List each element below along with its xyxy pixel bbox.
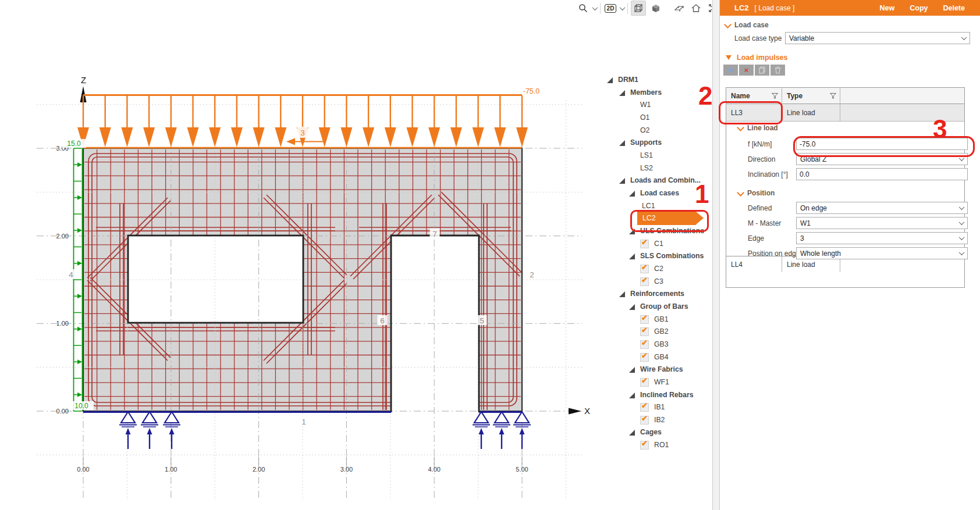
tree-item-inclined-rebars[interactable]: Inclined Rebars [640,389,694,401]
copy-icon[interactable] [755,65,769,76]
clipping-plane-icon[interactable] [672,1,686,15]
tree-checkbox[interactable]: ✔ [640,315,649,324]
tree-item-o1[interactable]: O1 [640,112,649,123]
column-header-empty [840,88,964,104]
tree-checkbox[interactable]: ✔ [640,327,649,336]
tree-item-ls1[interactable]: LS1 [640,149,653,161]
annotation-step-2: 2 [698,83,712,109]
new-button[interactable]: New [880,4,895,12]
tree-expand-icon[interactable] [629,254,635,259]
position-group-label: Position [747,189,775,197]
tree-checkbox[interactable]: ✔ [640,378,649,387]
tree-checkbox[interactable]: ✔ [640,441,649,450]
defined-select[interactable]: On edge [796,202,968,214]
tree-expand-icon[interactable] [619,90,625,96]
panel-header: LC2 [ Load case ] New Copy Delete [720,0,980,16]
chevron-down-icon [959,249,965,255]
tree-item-cages[interactable]: Cages [640,426,662,438]
project-tree: DRM1MembersW1O1O2SupportsLS1LS2Loads and… [0,0,712,510]
tree-expand-icon[interactable] [629,304,635,310]
tree-expand-icon[interactable] [619,178,625,184]
solid-view-icon[interactable] [649,1,663,15]
tree-item-c1[interactable]: C1 [654,238,663,249]
chevron-down-icon [959,219,965,225]
collapse-chevron-icon[interactable] [724,21,732,28]
tree-item-wf1[interactable]: WF1 [654,376,669,388]
tree-item-group-of-bars[interactable]: Group of Bars [640,301,688,312]
load-impulses-group-label: Load impulses [737,54,788,62]
panel-splitter[interactable] [712,0,720,510]
tree-expand-icon[interactable] [629,393,635,398]
toolbar-divider [600,3,601,14]
tree-item-gb4[interactable]: GB4 [654,351,669,363]
tree-item-load-cases[interactable]: Load cases [640,187,679,199]
toolbar-divider [627,3,628,14]
chevron-down-icon [959,204,965,210]
properties-panel: LC2 [ Load case ] New Copy Delete Load c… [720,0,980,510]
edge-select[interactable]: 3 [796,232,968,244]
load-case-group-label: Load case [734,21,769,29]
tree-item-ib2[interactable]: IB2 [654,414,665,426]
tree-checkbox[interactable]: ✔ [640,340,649,349]
position-on-edge-select[interactable]: Whole length [796,247,968,259]
wireframe-view-icon[interactable] [631,1,646,16]
add-icon[interactable]: + [723,65,738,76]
tree-item-gb3[interactable]: GB3 [654,338,669,350]
tree-item-c2[interactable]: C2 [654,263,663,274]
search-icon[interactable] [576,1,590,15]
field-label: Defined [748,204,772,212]
tree-item-gb2[interactable]: GB2 [654,326,669,337]
2d-view-selector[interactable]: 2D [603,1,617,15]
tree-checkbox[interactable]: ✔ [640,240,649,248]
home-icon[interactable] [689,1,703,15]
tree-item-o2[interactable]: O2 [640,124,649,136]
annotation-rect-f-value [793,136,975,157]
copy-button[interactable]: Copy [910,4,928,12]
inclination--input[interactable] [796,168,968,180]
tree-item-supports[interactable]: Supports [630,137,662,148]
field-label: Load case type [734,34,782,42]
tree-expand-icon[interactable] [607,77,613,83]
tree-item-members[interactable]: Members [630,87,662,98]
chevron-down-icon [961,34,967,40]
field-label: f [kN/m] [748,140,772,148]
tree-item-w1[interactable]: W1 [640,99,651,110]
chevron-down-icon[interactable] [592,5,598,10]
tree-expand-icon[interactable] [629,191,635,197]
tree-checkbox[interactable]: ✔ [640,403,649,412]
delete-button[interactable]: Delete [943,4,965,12]
view-toolbar: 2D [576,1,720,15]
tree-item-sls-combinations[interactable]: SLS Combinations [640,250,704,262]
tree-checkbox[interactable]: ✔ [640,277,649,286]
tree-checkbox[interactable]: ✔ [640,353,649,362]
tree-item-ls2[interactable]: LS2 [640,162,653,174]
tree-item-reinforcements[interactable]: Reinforcements [630,288,684,299]
filter-funnel-icon[interactable] [830,93,836,99]
tree-expand-icon[interactable] [619,140,625,146]
tree-expand-icon[interactable] [629,430,635,436]
chevron-down-icon[interactable] [620,5,626,10]
delete-cross-icon[interactable]: × [739,65,754,76]
tree-checkbox[interactable]: ✔ [640,265,649,273]
tree-checkbox[interactable]: ✔ [640,416,649,425]
ll3-type-cell[interactable]: Line load [782,104,840,121]
tree-expand-icon[interactable] [619,291,625,297]
view-mode-label: 2D [605,4,617,13]
tree-item-gb1[interactable]: GB1 [654,313,669,325]
tree-item-ro1[interactable]: RO1 [654,439,669,451]
tree-item-ib1[interactable]: IB1 [654,401,665,413]
tree-item-loads-and-combin-[interactable]: Loads and Combin... [630,174,701,186]
ll4-name-cell[interactable]: LL4 [726,256,782,272]
column-header-type[interactable]: Type [782,88,840,104]
trash-icon[interactable] [770,65,785,76]
load-impulses-triangle-icon[interactable] [726,55,732,60]
tree-item-drm1[interactable]: DRM1 [618,74,638,85]
tree-expand-icon[interactable] [629,367,635,373]
load-case-type-select[interactable]: Variable [785,32,970,44]
tree-item-c3[interactable]: C3 [654,276,663,287]
filter-funnel-icon[interactable] [772,93,778,99]
line-load-group-label: Line load [747,124,778,132]
m-master-select[interactable]: W1 [796,217,968,229]
tree-item-wire-fabrics[interactable]: Wire Fabrics [640,363,683,375]
field-label: M - Master [748,219,781,227]
